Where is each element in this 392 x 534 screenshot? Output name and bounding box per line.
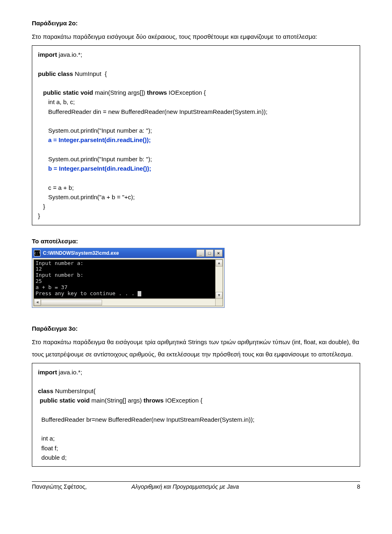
scroll-up-icon[interactable]: ▲	[216, 260, 223, 267]
console-line: 12	[36, 266, 42, 272]
console-output: Input number a: 12 Input number b: 25 a …	[34, 260, 223, 298]
result-label: Το αποτέλεσμα:	[32, 238, 360, 245]
console-body: Input number a: 12 Input number b: 25 a …	[33, 259, 223, 306]
h-thumb[interactable]	[41, 300, 102, 305]
kw-throws: throws	[147, 89, 167, 96]
kw-method: public static void	[38, 397, 90, 404]
console-titlebar: c:\ C:\WINDOWS\system32\cmd.exe _ □ ×	[32, 248, 224, 258]
cmd-icon: c:\	[34, 250, 40, 256]
scroll-corner	[215, 298, 223, 306]
footer-course: Αλγοριθμική και Προγραμματισμός με Java	[131, 483, 239, 490]
console-line: Press any key to continue . . .	[36, 290, 138, 296]
console-line: a + b = 37	[36, 284, 67, 290]
code-text: IOException {	[164, 397, 203, 404]
page-footer: Παναγιώτης Σφέτσος, Αλγοριθμική και Προγ…	[32, 483, 360, 495]
code-text: NumInput {	[73, 70, 107, 77]
code-text: java.io.*;	[57, 51, 82, 58]
example3-code: import java.io.*; class NumbersInput{ pu…	[32, 363, 360, 467]
v-track[interactable]	[216, 267, 223, 292]
code-text: BufferedReader br=new BufferedReader(new…	[38, 416, 254, 423]
example2-code: import java.io.*; public class NumInput …	[32, 45, 360, 225]
code-text: NumbersInput{	[53, 387, 96, 394]
example3-title: Παράδειγμα 3ο:	[32, 325, 360, 332]
footer-separator	[32, 481, 360, 482]
code-text: c = a + b;	[38, 184, 74, 191]
cursor-icon	[138, 291, 141, 296]
horizontal-scrollbar[interactable]: ◄ ►	[34, 298, 223, 306]
kw-class: class	[38, 387, 53, 394]
code-text: float f;	[38, 445, 58, 452]
footer-pagenum: 8	[357, 483, 360, 490]
example3-intro: Στο παρακάτω παράδειγμα θα εισάγουμε τρί…	[32, 336, 360, 360]
blue-line: b = Integer.parseInt(din.readLine());	[38, 165, 151, 172]
scroll-left-icon[interactable]: ◄	[34, 299, 41, 306]
code-text: BufferedReader din = new BufferedReader(…	[38, 108, 267, 115]
code-text: IOException {	[167, 89, 206, 96]
h-track[interactable]	[41, 299, 216, 306]
code-text: int a, b, c;	[38, 98, 75, 105]
minimize-button[interactable]: _	[196, 249, 205, 257]
footer-author: Παναγιώτης Σφέτσος,	[32, 483, 87, 490]
code-text: System.out.println("Input number a: ");	[38, 127, 152, 134]
blue-line: a = Integer.parseInt(din.readLine());	[38, 136, 151, 143]
code-text: main(String[] args)	[90, 397, 144, 404]
console-title: C:\WINDOWS\system32\cmd.exe	[43, 250, 196, 256]
console-line: 25	[36, 278, 42, 284]
code-text: main(String args[])	[93, 89, 147, 96]
code-text: }	[38, 203, 45, 210]
code-text: double d;	[38, 454, 67, 461]
code-text: int a;	[38, 435, 55, 442]
kw-class: public class	[38, 70, 73, 77]
code-text: System.out.println("Input number b: ");	[38, 156, 152, 162]
scroll-down-icon[interactable]: ▼	[216, 292, 223, 299]
kw-import: import	[38, 369, 57, 376]
example2-intro: Στο παρακάτω παράδειγμα εισάγουμε δύο ακ…	[32, 31, 360, 43]
kw-import: import	[38, 51, 57, 58]
maximize-button[interactable]: □	[205, 249, 214, 257]
vertical-scrollbar[interactable]: ▲ ▼	[215, 260, 223, 299]
console-line: Input number b:	[36, 272, 83, 278]
kw-method: public static void	[43, 89, 94, 96]
example2-title: Παράδειγμα 2ο:	[32, 20, 360, 27]
console-line: Input number a:	[36, 260, 83, 266]
code-text: }	[38, 212, 40, 219]
code-text: System.out.println("a + b = "+c);	[38, 194, 135, 200]
close-button[interactable]: ×	[214, 249, 223, 257]
kw-throws: throws	[143, 397, 163, 404]
code-text: java.io.*;	[57, 369, 82, 376]
console-window: c:\ C:\WINDOWS\system32\cmd.exe _ □ × In…	[32, 248, 225, 308]
